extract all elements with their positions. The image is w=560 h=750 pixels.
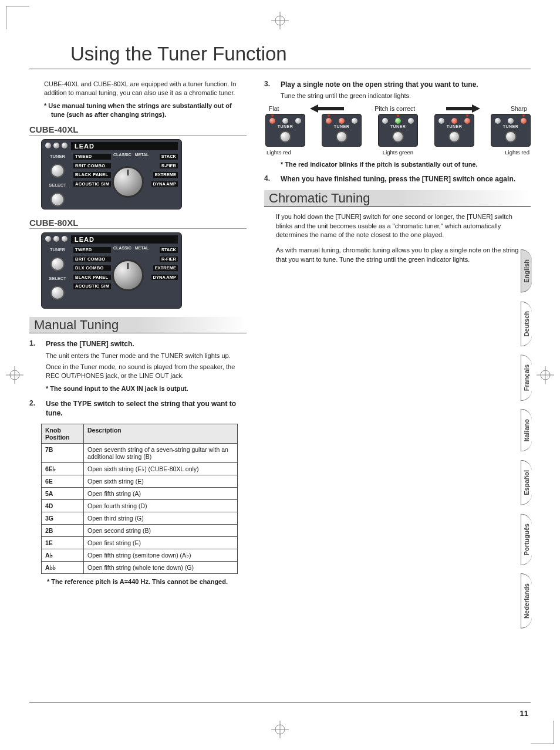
cell-knob: 4D	[42, 500, 84, 512]
step-2: Use the TYPE switch to select the string…	[29, 399, 247, 418]
table-row: 5AOpen fifth string (A)	[42, 488, 238, 500]
caption-lights-red-r: Lights red	[505, 149, 529, 156]
chromatic-p2: As with manual tuning, chromatic tuning …	[276, 246, 531, 265]
language-tab-deutsch[interactable]: Deutsch	[521, 301, 532, 346]
page-content: Using the Tuner Function CUBE-40XL and C…	[29, 32, 531, 718]
caption-lights-red-l: Lights red	[266, 149, 291, 156]
step-3-head: Play a single note on the open string th…	[281, 80, 531, 89]
chromatic-tuning-heading: Chromatic Tuning	[264, 190, 531, 207]
tuner-indicator-block: TUNER	[322, 114, 362, 147]
table-row: 3GOpen third string (G)	[42, 512, 238, 525]
cell-desc: Open third string (G)	[84, 512, 238, 525]
caption-lights-green: Lights green	[383, 149, 413, 156]
crop-mark-br	[531, 721, 554, 744]
table-row: 4DOpen fourth string (D)	[42, 500, 238, 512]
table-row: A♭Open fifth string (semitone down) (A♭)	[42, 549, 238, 562]
page-number: 11	[520, 709, 528, 718]
tuner-indicator-block: TUNER	[378, 114, 418, 147]
crop-mark-tl	[6, 6, 29, 29]
tuner-indicator-figure: Flat Pitch is correct Sharp TUNERTUNERTU…	[265, 104, 531, 156]
label-flat: Flat	[269, 105, 279, 112]
table-row: 1EOpen first string (E)	[42, 537, 238, 549]
cell-desc: Open seventh string of a seven-string gu…	[84, 444, 238, 463]
cell-desc: Open fourth string (D)	[84, 500, 238, 512]
tuner-indicator-block: TUNER	[434, 114, 474, 147]
title-rule	[29, 69, 531, 69]
panel-cube-40xl: LEAD TUNERSELECT TWEEDBRIT COMBOBLACK PA…	[41, 139, 182, 210]
cell-desc: Open sixth string (E♭) (CUBE-80XL only)	[84, 463, 238, 475]
step-1-head: Press the [TUNER] switch.	[46, 339, 247, 349]
cell-knob: 1E	[42, 537, 84, 549]
cell-knob: 5A	[42, 488, 84, 500]
cell-desc: Open fifth string (whole tone down) (G)	[84, 562, 238, 574]
language-tab-nederlands[interactable]: Nederlands	[521, 573, 532, 629]
registration-mark-left	[6, 366, 23, 384]
label-correct: Pitch is correct	[375, 105, 415, 112]
step-4: When you have finished tuning, press the…	[264, 174, 531, 184]
language-tab-english[interactable]: English	[521, 249, 532, 293]
right-column: Play a single note on the open string th…	[264, 80, 531, 590]
label-sharp: Sharp	[511, 105, 527, 112]
arrow-right-icon	[446, 104, 480, 113]
step-1-body-2: Once in the Tuner mode, no sound is play…	[46, 363, 247, 381]
cell-knob: 7B	[42, 444, 84, 463]
page-title: Using the Tuner Function	[70, 43, 531, 65]
footer-rule	[29, 702, 531, 702]
language-tabs: EnglishDeutschFrançaisItalianoEspañolPor…	[521, 249, 532, 629]
step-3: Play a single note on the open string th…	[264, 80, 531, 168]
svg-marker-12	[310, 104, 344, 113]
step-2-head: Use the TYPE switch to select the string…	[46, 399, 247, 418]
cell-knob: 2B	[42, 525, 84, 537]
registration-mark-top	[271, 12, 289, 29]
step-1-note: The sound input to the AUX IN jack is ou…	[46, 384, 247, 393]
cell-knob: 6E	[42, 475, 84, 488]
cell-knob: A♭♭	[42, 562, 84, 574]
tuner-indicator-block: TUNER	[491, 114, 531, 147]
table-row: 7BOpen seventh string of a seven-string …	[42, 444, 238, 463]
table-row: 6E♭Open sixth string (E♭) (CUBE-80XL onl…	[42, 463, 238, 475]
language-tab-português[interactable]: Português	[521, 513, 532, 565]
step-list-left: Press the [TUNER] switch. The unit enter…	[29, 339, 247, 418]
device-80xl-label: CUBE-80XL	[29, 218, 247, 229]
two-column-layout: CUBE-40XL and CUBE-80XL are equipped wit…	[29, 80, 531, 590]
left-column: CUBE-40XL and CUBE-80XL are equipped wit…	[29, 80, 247, 590]
language-tab-italiano[interactable]: Italiano	[521, 409, 532, 452]
step-3-body: Tune the string until the green indicato…	[281, 92, 531, 100]
tuner-indicator-block: TUNER	[265, 114, 305, 147]
table-row: 6EOpen sixth string (E)	[42, 475, 238, 488]
cell-desc: Open first string (E)	[84, 537, 238, 549]
table-row: A♭♭Open fifth string (whole tone down) (…	[42, 562, 238, 574]
arrow-left-icon	[310, 104, 344, 113]
cell-desc: Open fifth string (semitone down) (A♭)	[84, 549, 238, 562]
language-tab-español[interactable]: Español	[521, 460, 532, 505]
cell-desc: Open fifth string (A)	[84, 488, 238, 500]
cell-desc: Open second string (B)	[84, 525, 238, 537]
knob-position-table: Knob Position Description 7BOpen seventh…	[41, 424, 238, 574]
cell-knob: A♭	[42, 549, 84, 562]
cell-knob: 6E♭	[42, 463, 84, 475]
step-1: Press the [TUNER] switch. The unit enter…	[29, 339, 247, 393]
table-note: The reference pitch is A=440 Hz. This ca…	[47, 577, 247, 586]
registration-mark-bottom	[271, 721, 289, 738]
step-list-right: Play a single note on the open string th…	[264, 80, 531, 184]
table-header-desc: Description	[84, 424, 238, 444]
table-row: 2BOpen second string (B)	[42, 525, 238, 537]
intro-note: Use manual tuning when the strings are s…	[44, 102, 247, 119]
panel-cube-80xl: LEAD TUNERSELECT TWEEDBRIT COMBODLX COMB…	[41, 232, 182, 309]
language-tab-français[interactable]: Français	[521, 354, 532, 401]
chromatic-p1: If you hold down the [TUNER] switch for …	[276, 212, 531, 241]
intro-text: CUBE-40XL and CUBE-80XL are equipped wit…	[44, 80, 247, 98]
step-3-note: The red indicator blinks if the pitch is…	[281, 160, 531, 169]
step-1-body-1: The unit enters the Tuner mode and the T…	[46, 352, 247, 360]
table-header-knob: Knob Position	[42, 424, 84, 444]
svg-marker-13	[446, 104, 480, 113]
manual-tuning-heading: Manual Tuning	[29, 317, 247, 333]
cell-knob: 3G	[42, 512, 84, 525]
registration-mark-right	[537, 366, 554, 384]
device-40xl-label: CUBE-40XL	[29, 124, 247, 136]
cell-desc: Open sixth string (E)	[84, 475, 238, 488]
step-4-head: When you have finished tuning, press the…	[281, 174, 531, 184]
